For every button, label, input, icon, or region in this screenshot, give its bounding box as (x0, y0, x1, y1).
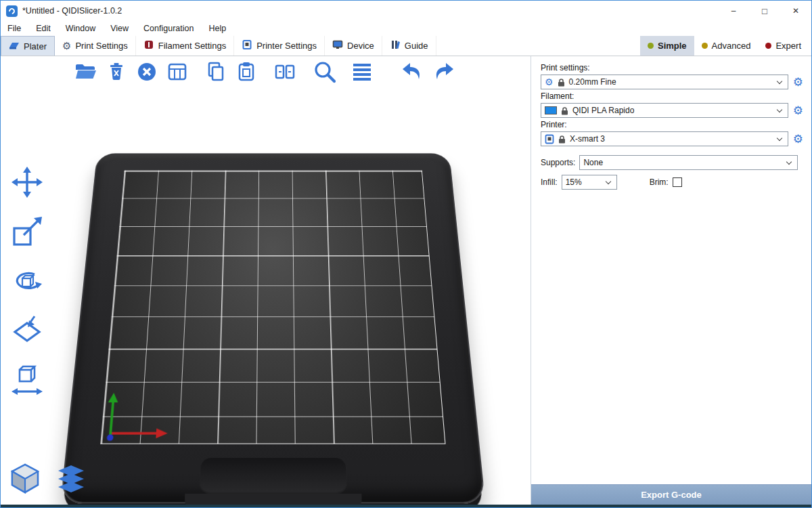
split-objects-icon[interactable] (273, 60, 297, 84)
tab-printer-settings[interactable]: Printer Settings (234, 36, 325, 56)
export-gcode-button[interactable]: Export G-code (531, 484, 811, 505)
preset-gear-icon: ⚙ (545, 77, 554, 87)
tab-print-settings-label: Print Settings (75, 41, 127, 51)
build-plate-scene (65, 124, 484, 505)
menu-help[interactable]: Help (208, 24, 226, 33)
mode-simple-label: Simple (658, 41, 687, 51)
rotate-icon[interactable] (8, 262, 46, 300)
print-settings-gear-icon: ⚙ (62, 41, 71, 51)
paste-icon[interactable] (234, 60, 258, 84)
expert-mode-dot-icon (765, 43, 771, 49)
supports-combo[interactable]: None (579, 155, 798, 170)
print-settings-combo[interactable]: ⚙ 0.20mm Fine (541, 75, 788, 89)
plater-icon (9, 40, 20, 53)
menu-window[interactable]: Window (66, 24, 95, 33)
window-bottom-edge (1, 505, 811, 507)
menu-view[interactable]: View (110, 24, 129, 33)
lock-icon (558, 78, 565, 87)
arrange-icon[interactable] (165, 60, 189, 84)
viewport-toolbar (74, 60, 455, 84)
settings-sidebar: Print settings: ⚙ 0.20mm Fine ⚙ Filament… (531, 56, 811, 505)
search-icon[interactable] (311, 60, 336, 84)
device-monitor-icon (332, 39, 343, 52)
title-bar: *Untitled - QIDISlicer-1.0.2 – □ ✕ (1, 1, 811, 21)
redo-icon[interactable] (431, 60, 455, 84)
window-controls: – □ ✕ (718, 1, 811, 21)
infill-label: Infill: (541, 177, 558, 187)
brim-label: Brim: (650, 177, 669, 187)
measure-icon[interactable] (8, 361, 46, 399)
supports-value: None (583, 158, 603, 167)
printer-combo[interactable]: X-smart 3 (541, 131, 788, 146)
scale-icon[interactable] (8, 213, 46, 251)
variable-layer-height-icon[interactable] (350, 60, 374, 84)
delete-all-icon[interactable] (135, 60, 159, 84)
print-settings-label: Print settings: (541, 63, 803, 72)
edit-printer-gear-icon[interactable]: ⚙ (793, 133, 803, 145)
edit-print-settings-gear-icon[interactable]: ⚙ (793, 77, 803, 88)
layers-preview-icon[interactable] (53, 461, 89, 496)
qidislicer-window: *Untitled - QIDISlicer-1.0.2 – □ ✕ File … (0, 0, 812, 508)
dropdown-arrow-icon[interactable] (604, 181, 613, 184)
advanced-mode-dot-icon (702, 43, 708, 49)
gizmo-toolbar (5, 163, 49, 399)
lock-icon (561, 106, 568, 115)
tab-guide-label: Guide (405, 41, 428, 51)
move-icon[interactable] (8, 163, 46, 201)
infill-combo[interactable]: 15% (562, 175, 617, 190)
open-icon[interactable] (74, 60, 98, 84)
delete-icon[interactable] (104, 60, 129, 84)
mode-simple[interactable]: Simple (640, 36, 694, 56)
viewport-3d[interactable] (1, 56, 531, 505)
3d-view-icon[interactable] (7, 461, 43, 496)
tab-bar: Plater ⚙ Print Settings Filament Setting… (1, 36, 811, 56)
filament-value: QIDI PLA Rapido (572, 106, 634, 115)
simple-mode-dot-icon (648, 43, 654, 49)
filament-spool-icon (143, 39, 154, 52)
mode-advanced-label: Advanced (712, 41, 751, 51)
close-button[interactable]: ✕ (780, 1, 811, 21)
mode-expert[interactable]: Expert (758, 36, 809, 56)
menu-configuration[interactable]: Configuration (143, 24, 194, 33)
build-plate-front-lip (183, 494, 362, 505)
printer-label: Printer: (541, 120, 803, 129)
copy-icon[interactable] (204, 60, 228, 84)
filament-label: Filament: (541, 91, 803, 101)
window-title: *Untitled - QIDISlicer-1.0.2 (22, 6, 122, 16)
guide-book-icon (390, 39, 401, 52)
build-plate-handle (200, 458, 346, 492)
tab-print-settings[interactable]: ⚙ Print Settings (55, 36, 136, 56)
lock-icon (558, 135, 566, 144)
printer-value: X-smart 3 (570, 134, 605, 144)
filament-color-swatch (545, 106, 557, 114)
menu-file[interactable]: File (7, 24, 21, 33)
tab-guide[interactable]: Guide (382, 36, 436, 56)
tab-device-label: Device (347, 41, 374, 51)
infill-value: 15% (566, 177, 582, 187)
minimize-button[interactable]: – (718, 1, 749, 21)
dropdown-arrow-icon[interactable] (775, 137, 784, 140)
origin-axes-icon (103, 378, 185, 442)
printer-small-icon (545, 134, 554, 144)
dropdown-arrow-icon[interactable] (775, 81, 784, 83)
print-settings-value: 0.20mm Fine (569, 77, 616, 87)
filament-combo[interactable]: QIDI PLA Rapido (541, 103, 788, 118)
tab-printer-settings-label: Printer Settings (256, 41, 317, 51)
undo-icon[interactable] (401, 60, 425, 84)
dropdown-arrow-icon[interactable] (775, 109, 784, 112)
view-mode-toolbar (7, 461, 89, 496)
mode-expert-label: Expert (775, 41, 801, 51)
maximize-button[interactable]: □ (749, 1, 780, 21)
brim-checkbox[interactable] (673, 177, 682, 187)
build-plate-grid (100, 170, 445, 444)
place-on-face-icon[interactable] (8, 312, 46, 350)
edit-filament-gear-icon[interactable]: ⚙ (793, 105, 803, 117)
tab-device[interactable]: Device (325, 36, 382, 56)
menu-edit[interactable]: Edit (36, 24, 51, 33)
dropdown-arrow-icon[interactable] (784, 161, 794, 164)
tab-plater[interactable]: Plater (1, 36, 55, 56)
tab-filament-settings[interactable]: Filament Settings (136, 36, 234, 56)
menu-bar: File Edit Window View Configuration Help (1, 21, 811, 36)
app-logo-icon (6, 5, 18, 17)
mode-advanced[interactable]: Advanced (694, 36, 759, 56)
